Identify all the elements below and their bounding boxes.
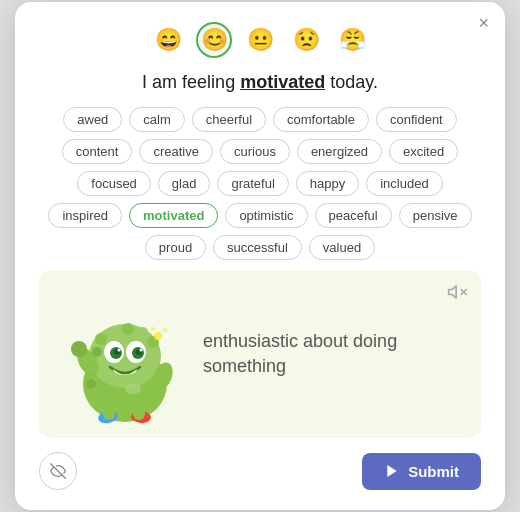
svg-point-34: [151, 327, 155, 331]
tag-cheerful[interactable]: cheerful: [192, 107, 266, 132]
heading-word: motivated: [240, 72, 325, 92]
tag-energized[interactable]: energized: [297, 139, 382, 164]
svg-point-10: [95, 333, 107, 345]
mute-icon[interactable]: [447, 282, 467, 307]
eye-off-button[interactable]: [39, 452, 77, 490]
tag-confident[interactable]: confident: [376, 107, 457, 132]
emoji-happy[interactable]: 😊: [196, 22, 232, 58]
emoji-neutral[interactable]: 😐: [242, 22, 278, 58]
submit-button[interactable]: Submit: [362, 453, 481, 490]
tag-inspired[interactable]: inspired: [48, 203, 122, 228]
tag-glad[interactable]: glad: [158, 171, 211, 196]
svg-point-3: [86, 379, 96, 389]
tag-included[interactable]: included: [366, 171, 442, 196]
emoji-very-happy[interactable]: 😄: [150, 22, 186, 58]
svg-point-11: [108, 327, 118, 337]
tag-motivated[interactable]: motivated: [129, 203, 218, 228]
heading-suffix: today.: [325, 72, 378, 92]
bottom-row: Submit: [39, 452, 481, 490]
tag-valued[interactable]: valued: [309, 235, 375, 260]
tag-peaceful[interactable]: peaceful: [315, 203, 392, 228]
tag-successful[interactable]: successful: [213, 235, 302, 260]
character-description: enthusiastic about doing something: [193, 329, 461, 379]
svg-point-26: [71, 341, 87, 357]
svg-point-32: [154, 332, 162, 340]
send-icon: [384, 463, 400, 479]
tag-curious[interactable]: curious: [220, 139, 290, 164]
tag-optimistic[interactable]: optimistic: [225, 203, 307, 228]
svg-marker-39: [387, 465, 396, 477]
emoji-angry[interactable]: 😤: [334, 22, 370, 58]
tag-comfortable[interactable]: comfortable: [273, 107, 369, 132]
tag-awed[interactable]: awed: [63, 107, 122, 132]
svg-point-12: [122, 323, 134, 335]
heading: I am feeling motivated today.: [39, 72, 481, 93]
svg-point-24: [125, 384, 141, 394]
tag-content[interactable]: content: [62, 139, 133, 164]
tag-proud[interactable]: proud: [145, 235, 206, 260]
svg-marker-35: [449, 286, 457, 298]
eye-off-icon: [50, 463, 66, 479]
mood-dialog: × 😄😊😐😟😤 I am feeling motivated today. aw…: [15, 2, 505, 510]
tag-creative[interactable]: creative: [139, 139, 213, 164]
svg-point-22: [118, 349, 121, 352]
tags-container: awedcalmcheerfulcomfortableconfidentcont…: [39, 107, 481, 260]
tag-calm[interactable]: calm: [129, 107, 184, 132]
emoji-selector: 😄😊😐😟😤: [39, 22, 481, 58]
close-button[interactable]: ×: [478, 14, 489, 32]
tag-happy[interactable]: happy: [296, 171, 359, 196]
tag-pensive[interactable]: pensive: [399, 203, 472, 228]
svg-rect-30: [103, 402, 115, 420]
svg-rect-31: [133, 402, 145, 420]
svg-point-13: [138, 327, 148, 337]
tag-focused[interactable]: focused: [77, 171, 151, 196]
character-area: enthusiastic about doing something: [39, 270, 481, 438]
character-image: [53, 284, 193, 424]
svg-point-33: [163, 328, 167, 332]
tag-grateful[interactable]: grateful: [217, 171, 288, 196]
svg-point-23: [140, 349, 143, 352]
tag-excited[interactable]: excited: [389, 139, 458, 164]
emoji-sad[interactable]: 😟: [288, 22, 324, 58]
heading-prefix: I am feeling: [142, 72, 240, 92]
